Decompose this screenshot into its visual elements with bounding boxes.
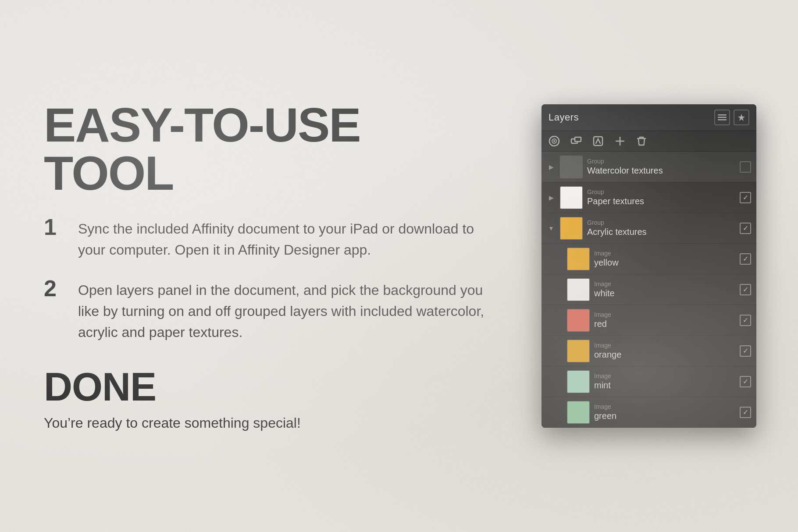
yellow-thumb bbox=[567, 248, 590, 270]
layers-panel-title: Layers bbox=[549, 112, 579, 123]
acrylic-thumb bbox=[560, 217, 583, 240]
svg-rect-1 bbox=[718, 117, 727, 118]
mask-icon[interactable] bbox=[549, 135, 560, 147]
left-content: EASY-TO-USE TOOL 1 Sync the included Aff… bbox=[44, 101, 500, 431]
red-thumb bbox=[567, 309, 590, 332]
step-2-number: 2 bbox=[44, 276, 66, 301]
watercolor-thumb bbox=[560, 156, 583, 178]
svg-point-5 bbox=[553, 140, 555, 142]
white-type: Image bbox=[594, 280, 735, 287]
watercolor-type: Group bbox=[587, 158, 735, 165]
layer-watercolor-group[interactable]: ▶ Group Watercolor textures bbox=[542, 152, 756, 182]
acrylic-info: Group Acrylic textures bbox=[587, 219, 735, 237]
layers-window: Layers bbox=[542, 104, 756, 428]
step-1-text: Sync the included Affinity document to y… bbox=[78, 215, 500, 260]
red-checkbox[interactable] bbox=[740, 315, 751, 326]
watercolor-expand-arrow[interactable]: ▶ bbox=[547, 163, 556, 170]
orange-name: orange bbox=[594, 350, 735, 360]
yellow-name: yellow bbox=[594, 258, 735, 268]
steps-section: 1 Sync the included Affinity document to… bbox=[44, 215, 500, 343]
orange-thumb bbox=[567, 340, 590, 362]
mint-type: Image bbox=[594, 372, 735, 379]
watercolor-info: Group Watercolor textures bbox=[587, 158, 735, 176]
layer-img-green[interactable]: Image green bbox=[542, 397, 756, 428]
acrylic-checkbox[interactable] bbox=[740, 223, 751, 234]
layer-img-red[interactable]: Image red bbox=[542, 305, 756, 336]
acrylic-expand-arrow[interactable]: ▼ bbox=[547, 225, 556, 232]
watercolor-checkbox[interactable] bbox=[740, 161, 751, 173]
white-thumb bbox=[567, 278, 590, 301]
red-info: Image red bbox=[594, 311, 735, 329]
layer-img-mint[interactable]: Image mint bbox=[542, 366, 756, 397]
green-name: green bbox=[594, 411, 735, 421]
paper-thumb bbox=[560, 186, 583, 209]
acrylic-type: Group bbox=[587, 219, 735, 226]
layers-titlebar: Layers bbox=[542, 104, 756, 131]
watercolor-name: Watercolor textures bbox=[587, 166, 735, 176]
step-2: 2 Open layers panel in the document, and… bbox=[44, 276, 500, 343]
done-title: DONE bbox=[44, 365, 500, 410]
mask2-icon[interactable] bbox=[592, 135, 604, 147]
acrylic-name: Acrylic textures bbox=[587, 227, 735, 237]
mint-thumb bbox=[567, 370, 590, 393]
mint-info: Image mint bbox=[594, 372, 735, 390]
layers-list: ▶ Group Watercolor textures ▶ Group Pape… bbox=[542, 152, 756, 428]
step-1: 1 Sync the included Affinity document to… bbox=[44, 215, 500, 260]
svg-rect-2 bbox=[718, 119, 727, 121]
green-type: Image bbox=[594, 403, 735, 410]
yellow-checkbox[interactable] bbox=[740, 253, 751, 265]
titlebar-icons bbox=[714, 110, 749, 125]
white-info: Image white bbox=[594, 280, 735, 298]
paper-checkbox[interactable] bbox=[740, 192, 751, 203]
layer-img-white[interactable]: Image white bbox=[542, 274, 756, 305]
orange-info: Image orange bbox=[594, 342, 735, 360]
layers-toolbar bbox=[542, 131, 756, 152]
step-2-text: Open layers panel in the document, and p… bbox=[78, 276, 500, 343]
yellow-type: Image bbox=[594, 250, 735, 257]
layer-paper-group[interactable]: ▶ Group Paper textures bbox=[542, 182, 756, 213]
step-1-number: 1 bbox=[44, 215, 66, 240]
layer-img-yellow[interactable]: Image yellow bbox=[542, 244, 756, 274]
main-title: EASY-TO-USE TOOL bbox=[44, 101, 500, 197]
green-checkbox[interactable] bbox=[740, 407, 751, 418]
red-type: Image bbox=[594, 311, 735, 318]
red-name: red bbox=[594, 319, 735, 329]
paper-info: Group Paper textures bbox=[587, 188, 735, 206]
yellow-info: Image yellow bbox=[594, 250, 735, 268]
list-icon[interactable] bbox=[714, 110, 730, 125]
white-checkbox[interactable] bbox=[740, 284, 751, 295]
right-panel: Layers bbox=[535, 104, 763, 428]
pin-icon[interactable] bbox=[734, 110, 749, 125]
done-subtitle: You’re ready to create something special… bbox=[44, 415, 500, 431]
orange-checkbox[interactable] bbox=[740, 345, 751, 357]
main-layout: EASY-TO-USE TOOL 1 Sync the included Aff… bbox=[0, 0, 798, 532]
svg-rect-0 bbox=[718, 114, 727, 116]
mint-name: mint bbox=[594, 380, 735, 390]
green-info: Image green bbox=[594, 403, 735, 421]
group-icon[interactable] bbox=[570, 135, 582, 147]
white-name: white bbox=[594, 288, 735, 298]
add-layer-button[interactable] bbox=[614, 135, 626, 147]
paper-name: Paper textures bbox=[587, 196, 735, 206]
svg-rect-7 bbox=[575, 137, 581, 142]
orange-type: Image bbox=[594, 342, 735, 349]
delete-layer-button[interactable] bbox=[636, 135, 647, 147]
done-section: DONE You’re ready to create something sp… bbox=[44, 365, 500, 431]
paper-expand-arrow[interactable]: ▶ bbox=[547, 194, 556, 201]
layer-acrylic-group[interactable]: ▼ Group Acrylic textures bbox=[542, 213, 756, 244]
paper-type: Group bbox=[587, 188, 735, 195]
layer-img-orange[interactable]: Image orange bbox=[542, 336, 756, 366]
green-thumb bbox=[567, 401, 590, 424]
mint-checkbox[interactable] bbox=[740, 376, 751, 387]
